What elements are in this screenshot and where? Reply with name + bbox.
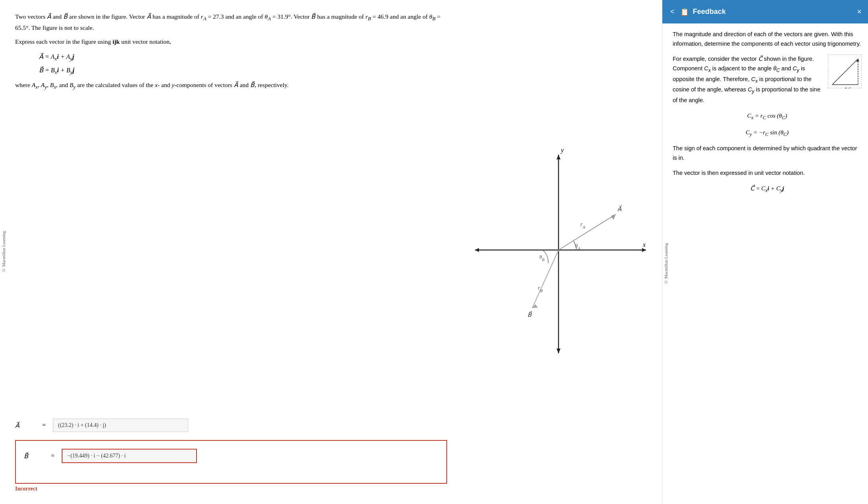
coordinate-graph: x y rA A⃗ θA rB (463, 143, 654, 365)
answer-a-row: A⃗ = (15, 419, 447, 432)
answer-a-input[interactable] (53, 419, 188, 432)
formula-c-final: C⃗ = Cxi + Cyj (673, 184, 862, 195)
svg-marker-5 (557, 349, 561, 353)
panel-watermark: © Macmillan Learning (662, 23, 669, 504)
thetaA-label: θA (575, 243, 580, 251)
answer-section: A⃗ = B⃗ = Incorrect (15, 419, 447, 492)
paragraph2: Express each vector in the figure using … (15, 37, 447, 47)
feedback-para2: θ_C For example, consider the vector C⃗ … (673, 54, 862, 105)
question-area: Two vectors A⃗ and B⃗ are shown in the f… (15, 12, 447, 407)
feedback-para1: The magnitude and direction of each of t… (673, 30, 862, 49)
A-label: A⃗ (617, 205, 622, 212)
close-button[interactable]: × (857, 7, 862, 16)
panel-header: < 📋 Feedback × (662, 0, 868, 23)
answer-b-label: B⃗ (24, 452, 44, 460)
graph-area: x y rA A⃗ θA rB (455, 0, 662, 504)
B-label: B⃗ (527, 311, 532, 318)
incorrect-label: Incorrect (15, 486, 447, 492)
answer-b-incorrect-box: B⃗ = (15, 440, 447, 484)
formula-cy: Cy = −rC sin (θC) (673, 128, 862, 139)
svg-marker-1 (642, 248, 646, 252)
rA-label: rA (580, 221, 585, 229)
svg-text:θ_C: θ_C (845, 87, 851, 89)
paragraph1: Two vectors A⃗ and B⃗ are shown in the f… (15, 12, 447, 33)
x-axis-label: x (642, 241, 646, 248)
y-axis-label: y (560, 147, 564, 154)
svg-marker-2 (475, 248, 479, 252)
vector-b-equation: B⃗ = Bxi + Byj (39, 66, 447, 76)
answer-b-input[interactable] (62, 449, 197, 463)
svg-line-8 (532, 250, 559, 308)
feedback-para4: The vector is then expressed in unit vec… (673, 169, 862, 178)
question-section: Two vectors A⃗ and B⃗ are shown in the f… (7, 0, 455, 504)
answer-b-row: B⃗ = (24, 449, 438, 463)
panel-title: Feedback (693, 8, 726, 16)
svg-marker-4 (557, 155, 561, 159)
formula-cx: Cx = rC cos (θC) (673, 111, 862, 122)
feedback-panel: < 📋 Feedback × © Macmillan Learning The … (662, 0, 868, 504)
question-text: Two vectors A⃗ and B⃗ are shown in the f… (15, 12, 447, 47)
panel-header-left: < 📋 Feedback (669, 8, 726, 16)
equals-b: = (51, 452, 54, 459)
thetaB-label: θB (539, 254, 545, 262)
watermark-left: © Macmillan Learning (0, 0, 7, 504)
vector-a-equation: A⃗ = Axi + Ayj (39, 53, 447, 62)
panel-body: © Macmillan Learning The magnitude and d… (662, 23, 868, 504)
math-block: A⃗ = Axi + Ayj B⃗ = Bxi + Byj (39, 53, 447, 75)
feedback-icon: 📋 (680, 8, 689, 16)
feedback-para3: The sign of each component is determined… (673, 144, 862, 163)
svg-marker-7 (611, 214, 616, 220)
panel-content: The magnitude and direction of each of t… (669, 23, 868, 504)
paragraph3: where Ax, Ay, Bx, and By are the calcula… (15, 80, 447, 91)
svg-line-12 (832, 59, 858, 85)
equals-a: = (42, 422, 46, 429)
mini-figure: θ_C (828, 55, 862, 89)
answer-a-label: A⃗ (15, 422, 35, 429)
back-button[interactable]: < (669, 8, 676, 16)
svg-line-6 (559, 214, 616, 250)
